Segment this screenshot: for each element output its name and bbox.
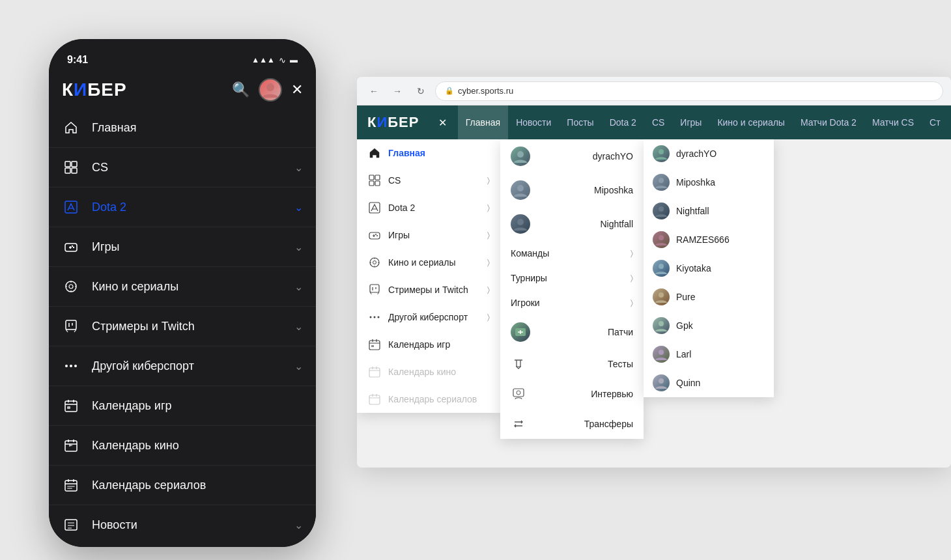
- dropdown-l2-teams[interactable]: Команды 〉: [500, 241, 644, 266]
- battery-icon: ▬: [290, 55, 298, 64]
- browser-back-button[interactable]: ←: [365, 82, 383, 100]
- dropdown-l1-home[interactable]: Главная: [357, 139, 500, 167]
- dropdown-l3-larl-label: Larl: [676, 349, 691, 359]
- phone-menu-item-other[interactable]: Другой киберспорт ⌄: [49, 346, 316, 386]
- dropdown-cinema-icon: [367, 255, 382, 270]
- phone-menu-label-cinema: Кино и сериалы: [92, 280, 178, 294]
- phone-menu-item-game-cal[interactable]: Календарь игр: [49, 386, 316, 426]
- site-navbar: КИБЕР ✕ Главная Новости Посты Dota 2 CS …: [357, 105, 951, 139]
- dropdown-l2-miposhka[interactable]: Miposhka: [500, 173, 644, 207]
- dropdown-l1-streamers[interactable]: Стримеры и Twitch 〉: [357, 276, 500, 303]
- dropdown-l3-ramzes[interactable]: RAMZES666: [644, 225, 774, 254]
- dropdown-l3-quinn[interactable]: Quinn: [644, 369, 774, 397]
- phone-menu-item-streamers[interactable]: Стримеры и Twitch ⌄: [49, 307, 316, 346]
- nav-item-home[interactable]: Главная: [458, 105, 508, 139]
- browser-url-bar[interactable]: 🔒 cyber.sports.ru: [435, 81, 943, 101]
- phone-menu-item-cinema[interactable]: Кино и сериалы ⌄: [49, 267, 316, 307]
- cinema-icon: [62, 277, 80, 296]
- nav-item-games[interactable]: Игры: [672, 105, 709, 139]
- nav-close-button[interactable]: ✕: [432, 111, 452, 134]
- dota2-chevron-icon: ⌄: [294, 201, 303, 214]
- dropdown-l2-interviews[interactable]: Интервью: [500, 379, 644, 409]
- dropdown-cinema-chevron-icon: 〉: [487, 258, 490, 267]
- phone-menu-item-home[interactable]: Главная: [49, 108, 316, 148]
- phone-menu-label-news: Новости: [92, 518, 137, 532]
- phone-search-icon[interactable]: 🔍: [232, 81, 249, 98]
- dropdown-l2-players[interactable]: Игроки 〉: [500, 290, 644, 315]
- dropdown-l3-dyrachyo-label: dyrachYO: [676, 148, 717, 159]
- l3-larl-avatar: [653, 346, 670, 363]
- dropdown-l1-streamers-label: Стримеры и Twitch: [388, 285, 481, 295]
- dropdown-l2-tournaments-label: Турниры: [511, 273, 624, 283]
- dropdown-l1-games[interactable]: Игры 〉: [357, 221, 500, 249]
- dropdown-l3-gpk[interactable]: Gpk: [644, 311, 774, 340]
- phone-menu-item-cs[interactable]: CS ⌄: [49, 148, 316, 188]
- browser-refresh-button[interactable]: ↻: [412, 82, 430, 100]
- dropdown-l2-tournaments[interactable]: Турниры 〉: [500, 266, 644, 290]
- phone-menu-item-dota2[interactable]: Dota 2 ⌄: [49, 188, 316, 227]
- phone-menu-label-home: Главная: [92, 121, 137, 135]
- svg-point-34: [370, 316, 372, 318]
- svg-point-49: [659, 206, 664, 212]
- svg-point-54: [659, 350, 664, 355]
- svg-rect-39: [369, 368, 380, 377]
- dropdown-l3-larl[interactable]: Larl: [644, 340, 774, 369]
- dropdown-l1-series-cal[interactable]: Календарь сериалов: [357, 385, 500, 413]
- dropdown-l1-cinema[interactable]: Кино и сериалы 〉: [357, 249, 500, 276]
- nav-item-posts[interactable]: Посты: [559, 105, 601, 139]
- phone-menu-label-game-cal: Календарь игр: [92, 399, 171, 413]
- browser-forward-button[interactable]: →: [388, 82, 406, 100]
- phone-menu-item-series-cal[interactable]: Календарь сериалов: [49, 466, 316, 505]
- nav-item-cinema[interactable]: Кино и сериалы: [709, 105, 793, 139]
- dropdown-l1-cinema-cal[interactable]: Календарь кино: [357, 358, 500, 385]
- phone-avatar[interactable]: [259, 78, 282, 102]
- nav-item-matches-cs[interactable]: Матчи CS: [864, 105, 922, 139]
- phone-menu-item-cinema-cal[interactable]: Календарь кино: [49, 426, 316, 466]
- games-icon: [62, 238, 80, 256]
- svg-point-29: [376, 235, 378, 236]
- dropdown-l2-interviews-label: Интервью: [591, 389, 633, 399]
- phone-menu-label-other: Другой киберспорт: [92, 359, 194, 373]
- dropdown-l1-dota2[interactable]: Dota 2 〉: [357, 194, 500, 221]
- nav-item-dota2[interactable]: Dota 2: [602, 105, 644, 139]
- dropdown-l3-miposhka[interactable]: Miposhka: [644, 168, 774, 197]
- miposhka-avatar: [511, 180, 530, 200]
- twitch-icon: [62, 317, 80, 335]
- nav-item-news[interactable]: Новости: [508, 105, 559, 139]
- dropdown-l1-other[interactable]: Другой киберспорт 〉: [357, 303, 500, 331]
- nav-item-streamers[interactable]: Стримеры и Твич: [922, 105, 941, 139]
- dropdown-l2-tests[interactable]: Тесты: [500, 349, 644, 379]
- dropdown-l3-kiyotaka-label: Kiyotaka: [676, 263, 711, 273]
- news-icon: [62, 516, 80, 534]
- phone-menu-item-games[interactable]: Игры ⌄: [49, 227, 316, 267]
- site-logo: КИБЕР: [367, 114, 419, 131]
- phone-status-bar: 9:41 ▲▲▲ ∿ ▬: [49, 39, 316, 72]
- dropdown-l3-kiyotaka[interactable]: Kiyotaka: [644, 254, 774, 283]
- nav-item-cs[interactable]: CS: [644, 105, 672, 139]
- l3-miposhka-avatar: [653, 174, 670, 191]
- dropdown-l3-dyrachyo[interactable]: dyrachYO: [644, 139, 774, 168]
- dropdown-streamers-chevron-icon: 〉: [487, 285, 490, 294]
- dropdown-l1-game-cal[interactable]: Календарь игр: [357, 331, 500, 358]
- phone-menu-label-games: Игры: [92, 240, 119, 254]
- dropdown-l1-cs[interactable]: CS 〉: [357, 167, 500, 194]
- nav-item-matches-dota[interactable]: Матчи Dota 2: [793, 105, 864, 139]
- dropdown-cs-chevron-icon: 〉: [487, 176, 490, 185]
- dropdown-l3-gpk-label: Gpk: [676, 320, 693, 331]
- dots-icon: [62, 357, 80, 375]
- phone-close-icon[interactable]: ✕: [291, 81, 303, 98]
- dropdown-l2-dyrachyo[interactable]: dyrachYO: [500, 139, 644, 173]
- dropdown-l2-patches[interactable]: Патчи: [500, 315, 644, 349]
- dropdown-cs-icon: [367, 173, 382, 188]
- dyrachyo-avatar: [511, 147, 530, 166]
- svg-point-52: [659, 292, 664, 298]
- dropdown-dota2-icon: [367, 201, 382, 215]
- dropdown-l3-nightfall[interactable]: Nightfall: [644, 197, 774, 225]
- dropdown-l2-nightfall[interactable]: Nightfall: [500, 207, 644, 241]
- phone-menu-item-news[interactable]: Новости ⌄: [49, 505, 316, 538]
- dropdown-l2-nightfall-label: Nightfall: [600, 219, 633, 229]
- dropdown-l2-transfers[interactable]: Трансферы: [500, 409, 644, 439]
- svg-rect-40: [369, 395, 380, 404]
- dropdown-l3-pure[interactable]: Pure: [644, 283, 774, 311]
- svg-point-48: [659, 178, 664, 183]
